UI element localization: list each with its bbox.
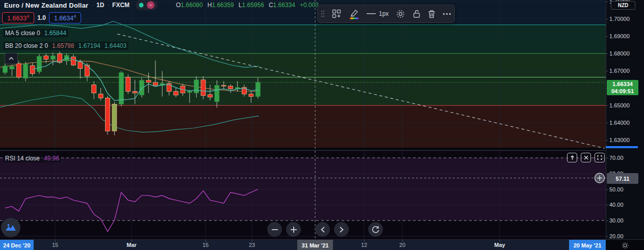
color-pencil-icon <box>348 8 359 19</box>
symbol-header: Euro / New Zealand Dollar · 1D · FXCM ≈ <box>4 1 158 9</box>
high-value: 1.66359 <box>212 2 234 9</box>
ma-label: MA 5 close 0 <box>5 30 40 37</box>
close-pane-button[interactable] <box>581 153 591 162</box>
templates-add-icon <box>332 9 341 18</box>
change-value: +0.003 <box>300 2 319 9</box>
mountains-logo-icon <box>5 223 16 232</box>
maximize-pane-button[interactable] <box>595 153 605 162</box>
drag-dots-icon <box>321 10 325 17</box>
chevron-right-icon <box>340 227 344 233</box>
close-icon <box>584 155 588 160</box>
last-price-value: 1.66334 <box>607 80 638 88</box>
plus-icon <box>291 227 297 233</box>
chart-nav-controls <box>267 222 383 237</box>
similar-waves-icon[interactable]: ≈ <box>146 1 155 9</box>
open-value: 1.66080 <box>181 2 202 9</box>
price-tick: 1.65000 <box>609 102 630 108</box>
axis-settings-corner[interactable] <box>606 240 644 250</box>
bar-countdown: 04:09:51 <box>607 88 638 95</box>
separator-dot: · <box>91 2 93 8</box>
maximize-icon <box>597 155 602 160</box>
bb-indicator-row[interactable]: BB 20 close 2 0 1.65798 1.67194 1.64403 <box>3 42 128 50</box>
rsi-tick: 70.00 <box>609 155 624 161</box>
time-axis[interactable]: 15Mar15231220May 24 Dec '20 31 Mar '21 2… <box>0 239 644 250</box>
bid-ask-row: 1.66334 1.0 1.66344 <box>2 12 81 23</box>
reset-icon <box>372 226 379 233</box>
price-tick: 1.69000 <box>609 33 630 39</box>
rsi-tick: 20.00 <box>609 233 624 239</box>
symbol-title[interactable]: Euro / New Zealand Dollar <box>4 2 88 9</box>
market-status-dot-icon <box>138 2 144 8</box>
last-price-badge: 1.66334 04:09:51 <box>607 80 638 95</box>
ma-value: 1.65844 <box>44 30 66 37</box>
settings-button[interactable] <box>396 9 405 19</box>
exchange-label[interactable]: FXCM <box>112 2 130 9</box>
rsi-indicator-row[interactable]: RSI 14 close 49.96 <box>3 154 61 162</box>
drawing-toolbar: 1px <box>317 5 455 23</box>
more-ellipsis-icon <box>443 13 451 15</box>
rsi-pane-controls <box>567 153 605 162</box>
templates-button[interactable] <box>332 9 341 18</box>
line-width-button[interactable]: 1px <box>367 10 389 17</box>
price-tick: 1.63000 <box>609 137 630 143</box>
zoom-out-button[interactable] <box>267 222 282 237</box>
time-tick: 15 <box>52 242 58 248</box>
rsi-crosshair-badge: 57.11 <box>607 173 638 184</box>
bb-label: BB 20 close 2 0 <box>5 42 48 49</box>
price-tick: 1.67000 <box>609 68 630 74</box>
low-value: 1.65956 <box>242 2 264 9</box>
color-picker-button[interactable] <box>348 8 359 19</box>
ma-indicator-row[interactable]: MA 5 close 0 1.65844 <box>3 29 68 37</box>
time-tick: 20 <box>399 242 405 248</box>
time-tick: 15 <box>202 242 209 248</box>
unlock-icon <box>413 9 421 18</box>
close-value: 1.66334 <box>273 2 295 9</box>
price-axis[interactable]: 1.710001.700001.690001.680001.670001.660… <box>606 0 644 239</box>
time-tick: 12 <box>361 242 367 248</box>
collapse-pane-button[interactable] <box>5 53 18 64</box>
currency-badge[interactable]: NZD <box>611 1 635 10</box>
rsi-tick: 40.00 <box>609 202 624 208</box>
price-tick: 1.68000 <box>609 50 630 57</box>
price-tick: 1.64000 <box>609 120 630 126</box>
zoom-in-button[interactable] <box>286 222 301 237</box>
gear-icon <box>396 9 405 19</box>
bb-lower-value: 1.64403 <box>105 42 126 49</box>
scroll-right-button[interactable] <box>334 222 349 237</box>
line-width-value: 1px <box>379 10 389 17</box>
chevron-up-icon <box>9 57 14 60</box>
crosshair-date-badge: 31 Mar '21 <box>297 240 333 250</box>
rsi-label: RSI 14 close <box>5 155 40 162</box>
chart-canvas[interactable] <box>0 0 606 239</box>
toolbar-drag-handle[interactable] <box>321 10 325 17</box>
symbol-status-icons: ≈ <box>136 0 158 10</box>
time-tick: May <box>494 242 505 248</box>
minus-icon <box>272 227 278 233</box>
buy-button[interactable]: 1.66344 <box>49 12 81 23</box>
interval-label[interactable]: 1D <box>96 2 104 9</box>
price-tick: 1.70000 <box>609 16 630 22</box>
lock-button[interactable] <box>413 9 421 18</box>
reset-view-button[interactable] <box>368 222 383 237</box>
pane-resize-handle[interactable] <box>606 146 638 148</box>
range-end-badge[interactable]: 20 May '21 <box>569 240 606 250</box>
more-button[interactable] <box>443 13 451 15</box>
svg-text:≈: ≈ <box>149 3 152 8</box>
scroll-left-button[interactable] <box>315 222 330 237</box>
spread-value: 1.0 <box>37 14 46 21</box>
delete-button[interactable] <box>428 10 435 18</box>
crosshair-plus-icon[interactable] <box>595 173 605 183</box>
time-tick: Mar <box>126 242 137 248</box>
sun-theme-icon <box>621 241 629 249</box>
sell-button[interactable]: 1.66334 <box>2 12 34 23</box>
rsi-tick: 50.00 <box>609 186 624 192</box>
trading-chart-window: Euro / New Zealand Dollar · 1D · FXCM ≈ … <box>0 0 644 250</box>
trash-icon <box>428 10 435 18</box>
time-tick: 23 <box>249 242 255 248</box>
chart-logo-button[interactable] <box>1 218 20 237</box>
ohlc-readout: O1.66080 H1.66359 L1.65956 C1.66334 +0.0… <box>176 2 319 9</box>
rsi-value: 49.96 <box>44 155 59 162</box>
chevron-left-icon <box>321 227 325 233</box>
move-pane-up-button[interactable] <box>567 153 577 162</box>
range-start-badge[interactable]: 24 Dec '20 <box>0 240 34 250</box>
